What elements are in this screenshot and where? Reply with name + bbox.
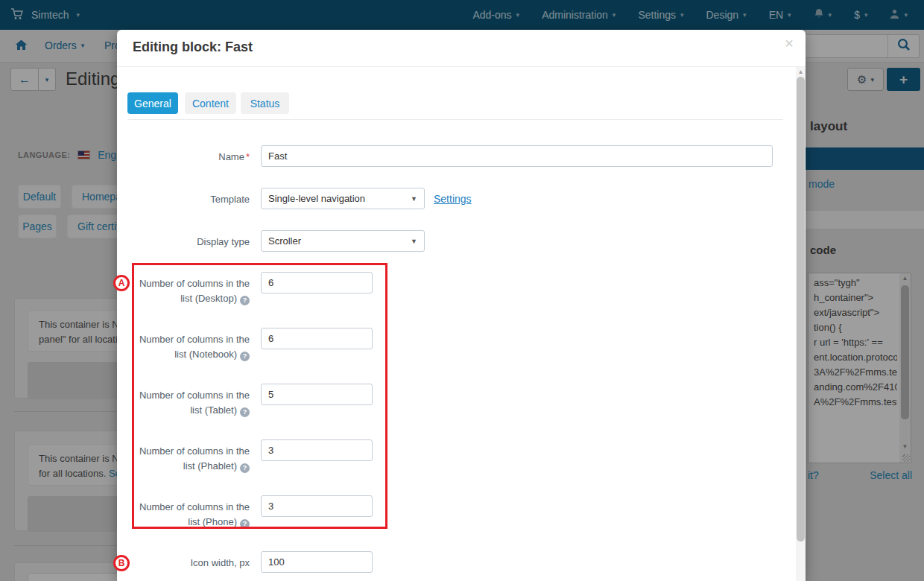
columns-desktop-label: Number of columns in the list (Desktop)	[130, 272, 250, 306]
modal-title: Editing block: Fast	[133, 39, 253, 55]
columns-phablet-label: Number of columns in the list (Phablet)	[130, 439, 250, 474]
columns-phablet-field[interactable]	[261, 439, 373, 461]
columns-tablet-field[interactable]	[261, 384, 373, 405]
close-icon[interactable]: ×	[785, 35, 794, 52]
columns-notebook-label: Number of columns in the list (Notebook)	[130, 328, 250, 362]
help-icon[interactable]	[240, 463, 250, 473]
annotation-marker-a: A	[113, 275, 130, 291]
help-icon[interactable]	[240, 352, 250, 361]
icon-width-field[interactable]	[261, 551, 373, 573]
tab-general[interactable]: General	[127, 92, 178, 114]
form-row-columns-phone: Number of columns in the list (Phone)	[130, 495, 373, 530]
required-asterisk: *	[246, 151, 250, 162]
columns-desktop-field[interactable]	[261, 272, 373, 293]
form-row-display-type: Display type Scroller▼	[130, 230, 425, 252]
name-label: Name*	[130, 145, 250, 167]
tab-underline	[127, 119, 783, 120]
name-field[interactable]	[261, 145, 773, 167]
select-arrow-icon: ▼	[411, 195, 417, 203]
form-row-columns-tablet: Number of columns in the list (Tablet)	[130, 384, 373, 418]
form-row-template: Template Single-level navigation▼ Settin…	[130, 188, 472, 209]
template-settings-link[interactable]: Settings	[434, 193, 472, 205]
help-icon[interactable]	[240, 407, 250, 417]
modal-header: Editing block: Fast ×	[117, 30, 806, 67]
scrollbar-thumb[interactable]	[797, 77, 805, 542]
help-icon[interactable]	[240, 519, 250, 529]
scroll-up-icon[interactable]: ▲	[796, 67, 806, 77]
tab-status[interactable]: Status	[241, 92, 289, 114]
template-label: Template	[130, 188, 250, 209]
columns-phone-label: Number of columns in the list (Phone)	[130, 495, 250, 530]
form-row-icon-width: Icon width, px	[130, 551, 373, 573]
select-arrow-icon: ▼	[411, 238, 417, 245]
display-type-label: Display type	[130, 230, 250, 252]
columns-phone-field[interactable]	[261, 495, 373, 517]
icon-width-label: Icon width, px	[130, 551, 250, 573]
form-row-name: Name*	[130, 145, 773, 167]
template-select[interactable]: Single-level navigation▼	[261, 188, 425, 209]
modal-scrollbar[interactable]: ▲	[796, 67, 806, 581]
columns-tablet-label: Number of columns in the list (Tablet)	[130, 384, 250, 418]
columns-notebook-field[interactable]	[261, 328, 373, 349]
annotation-marker-b: B	[113, 555, 130, 571]
form-row-columns-phablet: Number of columns in the list (Phablet)	[130, 439, 373, 474]
screen: Simtech ▾ Add-ons▾ Administration▾ Setti…	[0, 0, 924, 581]
form-row-columns-desktop: Number of columns in the list (Desktop)	[130, 272, 373, 306]
form-row-columns-notebook: Number of columns in the list (Notebook)	[130, 328, 373, 362]
tab-content[interactable]: Content	[185, 92, 236, 114]
display-type-select[interactable]: Scroller▼	[261, 230, 425, 252]
help-icon[interactable]	[240, 296, 250, 305]
editing-block-modal: Editing block: Fast × General Content St…	[117, 30, 806, 581]
